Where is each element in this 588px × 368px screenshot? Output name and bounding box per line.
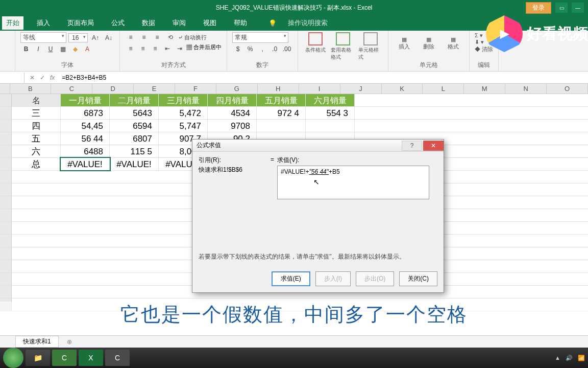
inc-decimal-icon[interactable]: .0: [269, 44, 280, 54]
row-header[interactable]: [0, 145, 12, 157]
row-header[interactable]: [0, 235, 12, 247]
step-out-button[interactable]: 步出(O): [356, 271, 394, 286]
taskbar-app-icon[interactable]: C: [52, 350, 77, 366]
formula-input[interactable]: =B2+B3+B4+B5: [60, 74, 588, 81]
cell[interactable]: 五: [12, 132, 61, 145]
indent-inc-icon[interactable]: ⇥: [174, 43, 185, 54]
cell[interactable]: 五月销量: [257, 94, 306, 106]
align-mid-icon[interactable]: ≡: [138, 32, 150, 42]
cell[interactable]: 总: [12, 158, 61, 170]
row-header[interactable]: [0, 260, 12, 272]
col-header[interactable]: H: [258, 84, 299, 94]
border-icon[interactable]: ▦: [57, 44, 68, 54]
add-sheet-button[interactable]: ⊕: [63, 337, 76, 347]
minimize-icon[interactable]: —: [572, 3, 584, 13]
col-header[interactable]: O: [547, 84, 588, 94]
wrap-text-button[interactable]: ⤶ 自动换行: [178, 34, 207, 41]
col-header[interactable]: L: [423, 84, 464, 94]
cell[interactable]: [306, 120, 355, 132]
row-header[interactable]: [0, 209, 12, 221]
evaluate-button[interactable]: 求值(E): [272, 271, 310, 286]
col-header[interactable]: I: [299, 84, 340, 94]
name-box[interactable]: [0, 73, 24, 83]
row-header[interactable]: [0, 196, 12, 209]
font-color-icon[interactable]: A: [82, 44, 93, 54]
row-header[interactable]: [0, 222, 12, 234]
increase-font-icon[interactable]: A↑: [90, 33, 101, 43]
tab-layout[interactable]: 页面布局: [63, 16, 98, 30]
fx-icon[interactable]: fx: [50, 74, 55, 81]
currency-icon[interactable]: $: [232, 44, 243, 54]
sheet-tab[interactable]: 快速求和1: [15, 336, 59, 348]
delete-cells-button[interactable]: ▦删除: [418, 32, 439, 55]
taskbar-explorer-icon[interactable]: 📁: [26, 350, 50, 366]
select-all-corner[interactable]: [0, 84, 10, 94]
col-header[interactable]: J: [340, 84, 382, 94]
taskbar-app-icon[interactable]: C: [105, 350, 130, 366]
col-header[interactable]: E: [134, 84, 175, 94]
decrease-font-icon[interactable]: A↓: [103, 33, 114, 43]
col-header[interactable]: B: [10, 84, 52, 94]
percent-icon[interactable]: %: [244, 44, 256, 54]
col-header[interactable]: C: [51, 84, 92, 94]
col-header[interactable]: N: [505, 84, 547, 94]
cell[interactable]: 4534: [208, 107, 257, 119]
tab-review[interactable]: 审阅: [168, 16, 190, 30]
row-header[interactable]: [0, 94, 12, 106]
help-icon[interactable]: ?: [402, 141, 422, 151]
number-format-select[interactable]: 常规: [232, 32, 288, 43]
close-button[interactable]: 关闭(C): [399, 271, 437, 286]
font-name-select[interactable]: 等线: [20, 32, 66, 43]
cell[interactable]: 六月销量: [306, 94, 355, 106]
cell[interactable]: 六: [12, 145, 61, 157]
orientation-icon[interactable]: ⟲: [165, 32, 176, 42]
ribbon-options-icon[interactable]: ▭: [555, 3, 568, 13]
insert-cells-button[interactable]: ▦插入: [394, 32, 415, 55]
cell[interactable]: 6873: [61, 107, 110, 119]
cancel-icon[interactable]: ✕: [30, 74, 35, 81]
close-icon[interactable]: ✕: [423, 141, 444, 151]
col-header[interactable]: M: [464, 84, 505, 94]
italic-icon[interactable]: I: [33, 44, 44, 54]
login-button[interactable]: 登录: [526, 2, 551, 14]
row-header[interactable]: [0, 183, 12, 196]
row-header[interactable]: [0, 247, 12, 260]
align-center-icon[interactable]: ≡: [137, 43, 149, 54]
tray-icon[interactable]: 🔊: [566, 355, 573, 361]
format-cells-button[interactable]: ▦格式: [443, 32, 464, 55]
tell-me-search[interactable]: 💡 操作说明搜索: [260, 14, 336, 32]
dialog-titlebar[interactable]: 公式求值 ? ✕: [192, 140, 444, 152]
row-header[interactable]: [0, 286, 12, 298]
cell[interactable]: 554 3: [306, 107, 355, 119]
cell[interactable]: 9708: [208, 120, 257, 132]
cell[interactable]: 名: [12, 94, 61, 106]
cell[interactable]: 二月销量: [110, 94, 159, 106]
cell[interactable]: 四月销量: [208, 94, 257, 106]
align-right-icon[interactable]: ≡: [150, 43, 161, 54]
col-header[interactable]: F: [175, 84, 216, 94]
fill-color-icon[interactable]: ◆: [69, 44, 81, 54]
system-tray[interactable]: ▲ 🔊 📶: [555, 355, 585, 361]
align-bot-icon[interactable]: ≡: [152, 32, 163, 42]
cell[interactable]: 56 44: [61, 132, 110, 145]
cell-style-button[interactable]: 单元格样式: [358, 32, 383, 70]
col-header[interactable]: D: [92, 84, 134, 94]
cell[interactable]: 三月销量: [159, 94, 208, 106]
row-header[interactable]: [0, 273, 12, 285]
cell[interactable]: #VALUE!: [110, 158, 159, 170]
cell[interactable]: 一月销量: [61, 94, 110, 106]
row-header[interactable]: [0, 171, 12, 183]
dec-decimal-icon[interactable]: .00: [281, 44, 292, 54]
tray-icon[interactable]: ▲: [555, 355, 560, 361]
tab-insert[interactable]: 插入: [33, 16, 54, 30]
taskbar-excel-icon[interactable]: X: [79, 350, 103, 366]
start-button[interactable]: [3, 348, 23, 368]
merge-button[interactable]: ▦ 合并后居中: [186, 43, 222, 54]
cell[interactable]: 四: [12, 120, 61, 132]
cell[interactable]: 5643: [110, 107, 159, 119]
tab-formula[interactable]: 公式: [107, 16, 129, 30]
cell[interactable]: 5,747: [159, 120, 208, 132]
cell[interactable]: 三: [12, 107, 61, 119]
table-format-button[interactable]: 套用表格格式: [331, 32, 355, 70]
tab-help[interactable]: 帮助: [230, 16, 251, 30]
